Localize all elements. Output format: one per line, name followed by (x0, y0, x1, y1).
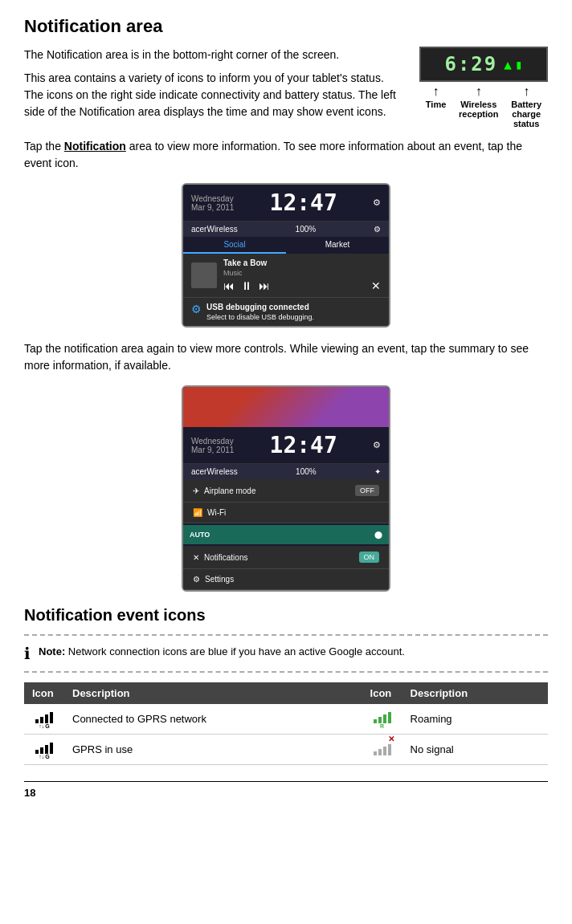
settings-row-icon: ⚙ (193, 575, 200, 584)
status-bar-display: 6:29 ▲ ▮ (419, 47, 548, 82)
nsbar3 (383, 747, 386, 755)
icon-cell-roaming: R (362, 704, 402, 735)
note-text-block: Note: Network connection icons are blue … (39, 644, 405, 660)
status-bar-diagram: 6:29 ▲ ▮ ↑ Time ↑ Wirelessreception ↑ Ba… (419, 47, 548, 128)
notifications-toggle[interactable]: ON (359, 552, 380, 563)
signal-bars-in-use (35, 739, 53, 754)
gbar4 (50, 743, 53, 754)
settings-gear2: ✦ (374, 467, 381, 476)
screenshot1: Wednesday Mar 9, 2011 12:47 ⚙ acerWirele… (182, 183, 390, 328)
icon-table: Icon Description Icon Description (24, 682, 548, 765)
time-arrow-label: ↑ Time (426, 85, 446, 128)
next-icon[interactable]: ⏭ (259, 279, 270, 292)
clock2: 12:47 (234, 432, 373, 458)
page-title: Notification area (24, 16, 548, 37)
clock1: 12:47 (234, 189, 373, 216)
pause-icon[interactable]: ⏸ (241, 279, 252, 292)
date2-val: Mar 9, 2011 (191, 446, 234, 454)
note-box: ℹ Note: Network connection icons are blu… (24, 634, 548, 673)
prev-icon[interactable]: ⏮ (223, 279, 235, 292)
day1: Wednesday (191, 194, 234, 203)
date1: Mar 9, 2011 (191, 203, 234, 212)
top-image (183, 387, 389, 427)
bar1 (35, 719, 39, 723)
wifi-label-group: 📶 Wi-Fi (193, 508, 226, 517)
tap-again-text: Tap the notification area again to view … (24, 340, 548, 374)
rbar3 (383, 714, 386, 723)
desc-no-signal: No signal (402, 735, 548, 765)
bar3 (45, 714, 48, 723)
note-icon: ℹ (24, 644, 31, 663)
status-icons2: ⚙ (373, 440, 381, 450)
auto-bar: AUTO ⬤ (183, 525, 389, 544)
screenshot1-container: Wednesday Mar 9, 2011 12:47 ⚙ acerWirele… (24, 183, 548, 328)
notif-usb: ⚙ USB debugging connected Select to disa… (183, 298, 389, 326)
wifi-name1: acerWireless (191, 225, 238, 234)
signal-bars-connected (35, 709, 53, 723)
tab-social[interactable]: Social (183, 237, 286, 254)
settings-label-group: ⚙ Settings (193, 575, 234, 584)
intro-para1: The Notification area is in the bottom-r… (24, 47, 403, 63)
bar2 (40, 717, 43, 723)
col1-header: Icon (24, 682, 64, 704)
phone-tabs1: Social Market (183, 237, 389, 254)
date-block2: Wednesday Mar 9, 2011 (191, 437, 234, 454)
roaming-icon: R (374, 709, 391, 729)
status-bar-time: 6:29 (444, 53, 497, 75)
battery-icon: ▮ (515, 57, 523, 72)
section2-title: Notification event icons (24, 606, 548, 625)
screenshot2: Wednesday Mar 9, 2011 12:47 ⚙ acerWirele… (182, 385, 390, 592)
rbar4 (388, 712, 391, 723)
col2-header: Description (64, 682, 362, 704)
settings-label: Settings (205, 575, 234, 584)
airplane-row[interactable]: ✈ Airplane mode OFF (183, 479, 389, 503)
table-row: ↑↓ G GPRS in use No signal (24, 735, 548, 765)
desc-gprs-connected: Connected to GPRS network (64, 704, 362, 735)
battery-pct1: 100% (296, 225, 317, 234)
signal-bars-roaming (374, 709, 391, 723)
wireless-arrow-label: ↑ Wirelessreception (459, 85, 499, 128)
page-number: 18 (24, 781, 548, 799)
arrow-labels: ↑ Time ↑ Wirelessreception ↑ Batterychar… (419, 85, 548, 128)
notifications-icon: ✕ (193, 553, 199, 562)
intro-para2: This area contains a variety of icons to… (24, 70, 403, 120)
desc-roaming: Roaming (402, 704, 548, 735)
icon-cell-gprs-connected: ↑↓ G (24, 704, 64, 735)
notifications-row[interactable]: ✕ Notifications ON (183, 546, 389, 569)
auto-toggle[interactable]: ⬤ (374, 531, 382, 539)
phone-header2: Wednesday Mar 9, 2011 12:47 ⚙ (183, 427, 389, 464)
signal-bars-no-signal (374, 741, 391, 755)
close-icon[interactable]: ✕ (371, 279, 381, 292)
col4-header: Description (402, 682, 548, 704)
gprs-connected-icon: ↑↓ G (35, 709, 53, 729)
airplane-toggle[interactable]: OFF (355, 485, 379, 496)
note-label: Note: (39, 645, 65, 657)
settings-row[interactable]: ⚙ Settings (183, 569, 389, 590)
settings-icon1: ⚙ (373, 197, 381, 208)
airplane-label: Airplane mode (204, 486, 255, 495)
desc-gprs-in-use: GPRS in use (64, 735, 362, 765)
gprs-in-use-icon: ↑↓ G (35, 739, 53, 759)
table-body: ↑↓ G Connected to GPRS network R (24, 704, 548, 765)
tab-market[interactable]: Market (286, 237, 389, 254)
date-block1: Wednesday Mar 9, 2011 (191, 194, 234, 212)
no-signal-icon (374, 741, 391, 755)
auto-label: AUTO (190, 531, 210, 539)
col3-header: Icon (362, 682, 402, 704)
usb-sub: Select to disable USB debugging. (206, 313, 314, 321)
rbar1 (374, 719, 377, 723)
intro-text-block: The Notification area is in the bottom-r… (24, 47, 403, 127)
status-icons1: ⚙ (373, 197, 381, 208)
rbar2 (378, 717, 382, 723)
notif-sub1: Music (223, 269, 381, 277)
table-row: ↑↓ G Connected to GPRS network R (24, 704, 548, 735)
icon-cell-no-signal (362, 735, 402, 765)
wifi-control-label: Wi-Fi (207, 508, 226, 517)
wifi-row2: acerWireless 100% ✦ (183, 464, 389, 479)
wifi-control-row[interactable]: 📶 Wi-Fi (183, 503, 389, 523)
settings-icon2: ⚙ (373, 440, 381, 450)
notification-highlight: Notification (64, 140, 126, 153)
status-bar-icons: ▲ ▮ (504, 57, 522, 72)
phone-header1: Wednesday Mar 9, 2011 12:47 ⚙ (183, 185, 389, 222)
gprs-g-label: G (45, 723, 49, 729)
